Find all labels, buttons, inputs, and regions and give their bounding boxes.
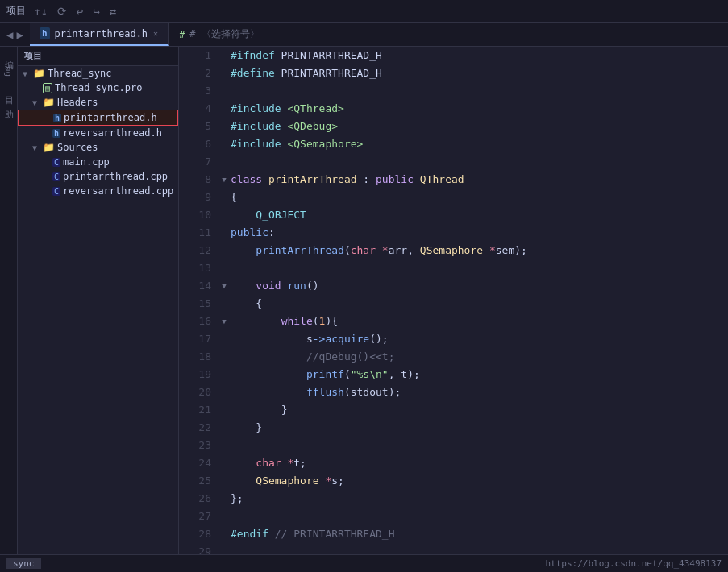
fold-1 bbox=[218, 47, 231, 64]
fold-2 bbox=[218, 64, 231, 82]
fold-4 bbox=[218, 100, 231, 118]
fold-26 bbox=[218, 490, 231, 508]
refresh-icon[interactable]: ⟳ bbox=[54, 3, 70, 19]
h-icon-printarrthread: h bbox=[53, 114, 61, 122]
fold-20 bbox=[218, 383, 231, 401]
tree-label-printarrthread-h: printarrthread.h bbox=[64, 112, 157, 123]
tree-label-main-cpp: main.cpp bbox=[63, 156, 110, 168]
ln-26: 26 bbox=[179, 490, 218, 508]
code-line-13 bbox=[231, 259, 728, 277]
code-line-6: #include <QSemaphore> bbox=[231, 135, 728, 153]
tree-item-thread-sync[interactable]: 📁 Thread_sync bbox=[18, 66, 178, 81]
tree-label-printarrthread-cpp: printarrthread.cpp bbox=[63, 171, 168, 182]
ln-12: 12 bbox=[179, 242, 218, 259]
tree-arrow-headers bbox=[32, 98, 40, 107]
code-line-29 bbox=[231, 543, 728, 554]
h-icon-reversarrthread: h bbox=[52, 129, 60, 138]
code-line-23 bbox=[231, 437, 728, 454]
tabbar: ◀ ▶ h printarrthread.h ✕ # # 〈选择符号〉 bbox=[0, 23, 728, 47]
fold-8[interactable] bbox=[218, 171, 231, 189]
tab-close-btn[interactable]: ✕ bbox=[152, 28, 159, 39]
tab-prev-btn[interactable]: ◀ bbox=[6, 28, 13, 41]
folder-icon-headers: 📁 bbox=[43, 97, 55, 108]
toolbar: 项目 ↑↓ ⟳ ↩ ↪ ⇄ bbox=[0, 0, 728, 23]
ln-29: 29 bbox=[179, 543, 218, 554]
code-line-24: char *t; bbox=[231, 454, 728, 472]
ln-13: 13 bbox=[179, 259, 218, 277]
sidebar-icon-help[interactable]: 助 bbox=[1, 99, 16, 106]
fold-16[interactable] bbox=[218, 313, 231, 330]
line-numbers: 1 2 3 4 5 6 7 8 9 10 11 12 13 14 15 16 1… bbox=[179, 47, 218, 554]
code-line-25: QSemaphore *s; bbox=[231, 472, 728, 490]
code-line-12: printArrThread(char *arr, QSemaphore *se… bbox=[231, 242, 728, 259]
fold-25 bbox=[218, 472, 231, 490]
sort-icon[interactable]: ↑↓ bbox=[31, 3, 51, 19]
code-line-26: }; bbox=[231, 490, 728, 508]
ln-6: 6 bbox=[179, 135, 218, 153]
folder-icon-sources: 📁 bbox=[43, 142, 55, 153]
tree-label-pro: Thread_sync.pro bbox=[55, 82, 142, 93]
code-container: 1 2 3 4 5 6 7 8 9 10 11 12 13 14 15 16 1… bbox=[179, 47, 728, 554]
ln-17: 17 bbox=[179, 330, 218, 348]
ln-28: 28 bbox=[179, 525, 218, 543]
tree-item-pro[interactable]: ▤ Thread_sync.pro bbox=[18, 81, 178, 95]
tree-item-printarrthread-cpp[interactable]: C printarrthread.cpp bbox=[18, 169, 178, 184]
fold-15 bbox=[218, 295, 231, 313]
status-url: https://blog.csdn.net/qq_43498137 bbox=[545, 558, 722, 569]
fold-21 bbox=[218, 401, 231, 419]
symbol-label[interactable]: # 〈选择符号〉 bbox=[189, 27, 259, 41]
tab-nav-left: ◀ ▶ bbox=[0, 23, 30, 46]
code-line-20: fflush(stdout); bbox=[231, 383, 728, 401]
ln-5: 5 bbox=[179, 118, 218, 135]
sidebar-icon-debug[interactable]: ug bbox=[2, 63, 15, 80]
sidebar-icon-project[interactable]: 目 bbox=[1, 86, 16, 93]
tree-item-printarrthread-h[interactable]: h printarrthread.h bbox=[18, 110, 178, 126]
tab-label: printarrthread.h bbox=[55, 28, 148, 39]
statusbar: sync https://blog.csdn.net/qq_43498137 bbox=[0, 554, 728, 572]
back-icon[interactable]: ↩ bbox=[73, 3, 86, 19]
sync-icon[interactable]: ⇄ bbox=[106, 3, 119, 19]
tree-item-sources[interactable]: 📁 Sources bbox=[18, 140, 178, 155]
fold-19 bbox=[218, 366, 231, 383]
ln-4: 4 bbox=[179, 100, 218, 118]
forward-icon[interactable]: ↪ bbox=[89, 3, 102, 19]
status-sync-label: sync bbox=[6, 558, 41, 569]
fold-23 bbox=[218, 437, 231, 454]
toolbar-icons: ↑↓ ⟳ ↩ ↪ ⇄ bbox=[31, 3, 119, 19]
ln-21: 21 bbox=[179, 401, 218, 419]
fold-13 bbox=[218, 259, 231, 277]
status-left: sync bbox=[6, 558, 41, 569]
fold-24 bbox=[218, 454, 231, 472]
tree-item-main-cpp[interactable]: C main.cpp bbox=[18, 155, 178, 169]
ln-22: 22 bbox=[179, 419, 218, 437]
cpp-icon-printarrthread: C bbox=[52, 172, 60, 181]
ln-15: 15 bbox=[179, 295, 218, 313]
hash-icon: # bbox=[179, 29, 185, 40]
code-line-17: s->acquire(); bbox=[231, 330, 728, 348]
fold-3 bbox=[218, 82, 231, 100]
file-tree: 项目 📁 Thread_sync ▤ Thread_sync.pro 📁 Hea… bbox=[18, 47, 179, 554]
tab-h-icon: h bbox=[40, 27, 50, 39]
code-line-18: //qDebug()<<t; bbox=[231, 348, 728, 366]
tree-item-headers[interactable]: 📁 Headers bbox=[18, 95, 178, 110]
fold-14[interactable] bbox=[218, 277, 231, 295]
code-area[interactable]: 1 2 3 4 5 6 7 8 9 10 11 12 13 14 15 16 1… bbox=[179, 47, 728, 554]
tree-item-reversarrthread-h[interactable]: h reversarrthread.h bbox=[18, 126, 178, 140]
fold-11 bbox=[218, 224, 231, 242]
tree-label-reversarrthread-h: reversarrthread.h bbox=[63, 127, 162, 139]
code-line-15: { bbox=[231, 295, 728, 313]
tree-item-reversarrthread-cpp[interactable]: C reversarrthread.cpp bbox=[18, 184, 178, 198]
tree-arrow-sources bbox=[32, 143, 40, 152]
tab-printarrthread-h[interactable]: h printarrthread.h ✕ bbox=[30, 23, 169, 46]
code-line-21: } bbox=[231, 401, 728, 419]
fold-9 bbox=[218, 189, 231, 206]
ln-14: 14 bbox=[179, 277, 218, 295]
sidebar-icon-edit[interactable]: 编 bbox=[1, 50, 16, 56]
cpp-icon-main: C bbox=[52, 158, 60, 167]
tab-next-btn[interactable]: ▶ bbox=[16, 28, 23, 41]
fold-18 bbox=[218, 348, 231, 366]
ln-8: 8 bbox=[179, 171, 218, 189]
code-line-16: while(1){ bbox=[231, 313, 728, 330]
ln-10: 10 bbox=[179, 206, 218, 224]
fold-7 bbox=[218, 153, 231, 171]
